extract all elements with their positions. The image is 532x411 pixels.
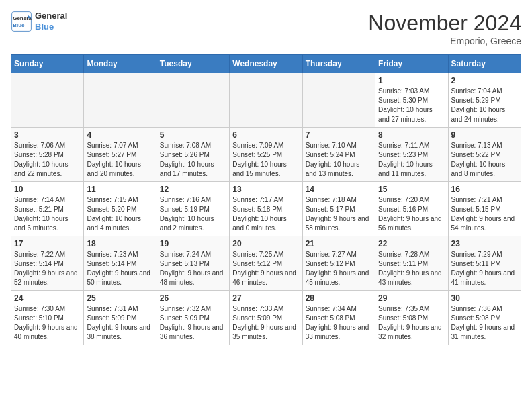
calendar-cell: 18Sunrise: 7:23 AM Sunset: 5:14 PM Dayli… bbox=[84, 236, 157, 291]
day-info: Sunrise: 7:23 AM Sunset: 5:14 PM Dayligh… bbox=[87, 250, 153, 287]
day-info: Sunrise: 7:10 AM Sunset: 5:24 PM Dayligh… bbox=[306, 141, 372, 179]
logo-text: General Blue bbox=[35, 11, 67, 32]
calendar-cell: 8Sunrise: 7:11 AM Sunset: 5:23 PM Daylig… bbox=[375, 128, 448, 182]
month-title: November 2024 bbox=[368, 11, 521, 36]
day-number: 1 bbox=[378, 76, 445, 85]
day-number: 20 bbox=[232, 239, 299, 248]
day-info: Sunrise: 7:07 AM Sunset: 5:27 PM Dayligh… bbox=[87, 141, 153, 179]
calendar-cell: 7Sunrise: 7:10 AM Sunset: 5:24 PM Daylig… bbox=[302, 128, 375, 182]
day-number: 21 bbox=[306, 239, 372, 248]
day-info: Sunrise: 7:20 AM Sunset: 5:16 PM Dayligh… bbox=[378, 195, 445, 233]
calendar-table: SundayMondayTuesdayWednesdayThursdayFrid… bbox=[11, 54, 521, 345]
calendar-week-row: 17Sunrise: 7:22 AM Sunset: 5:14 PM Dayli… bbox=[11, 236, 521, 291]
day-info: Sunrise: 7:22 AM Sunset: 5:14 PM Dayligh… bbox=[14, 250, 81, 287]
calendar-cell: 22Sunrise: 7:28 AM Sunset: 5:11 PM Dayli… bbox=[375, 236, 448, 291]
day-info: Sunrise: 7:36 AM Sunset: 5:08 PM Dayligh… bbox=[451, 304, 518, 342]
calendar-week-row: 24Sunrise: 7:30 AM Sunset: 5:10 PM Dayli… bbox=[11, 291, 521, 345]
calendar-cell: 1Sunrise: 7:03 AM Sunset: 5:30 PM Daylig… bbox=[375, 73, 448, 128]
weekday-header-tuesday: Tuesday bbox=[157, 55, 229, 73]
day-number: 14 bbox=[306, 185, 372, 194]
calendar-cell: 14Sunrise: 7:18 AM Sunset: 5:17 PM Dayli… bbox=[302, 182, 375, 236]
day-info: Sunrise: 7:29 AM Sunset: 5:11 PM Dayligh… bbox=[451, 250, 518, 287]
day-info: Sunrise: 7:06 AM Sunset: 5:28 PM Dayligh… bbox=[14, 141, 81, 179]
calendar-cell: 28Sunrise: 7:34 AM Sunset: 5:08 PM Dayli… bbox=[302, 291, 375, 345]
day-info: Sunrise: 7:11 AM Sunset: 5:23 PM Dayligh… bbox=[378, 141, 445, 179]
day-info: Sunrise: 7:03 AM Sunset: 5:30 PM Dayligh… bbox=[378, 87, 445, 124]
calendar-cell bbox=[84, 73, 157, 128]
logo: General Blue General Blue bbox=[11, 11, 67, 32]
day-info: Sunrise: 7:28 AM Sunset: 5:11 PM Dayligh… bbox=[378, 250, 445, 287]
day-number: 18 bbox=[87, 239, 153, 248]
day-number: 7 bbox=[306, 130, 372, 140]
calendar-week-row: 3Sunrise: 7:06 AM Sunset: 5:28 PM Daylig… bbox=[11, 128, 521, 182]
day-number: 23 bbox=[451, 239, 518, 248]
day-info: Sunrise: 7:15 AM Sunset: 5:20 PM Dayligh… bbox=[87, 195, 153, 233]
day-number: 11 bbox=[87, 185, 153, 194]
calendar-cell: 4Sunrise: 7:07 AM Sunset: 5:27 PM Daylig… bbox=[84, 128, 157, 182]
day-number: 8 bbox=[378, 130, 445, 140]
day-number: 25 bbox=[87, 293, 153, 303]
day-number: 6 bbox=[232, 130, 299, 140]
calendar-cell bbox=[157, 73, 229, 128]
day-info: Sunrise: 7:18 AM Sunset: 5:17 PM Dayligh… bbox=[306, 195, 372, 233]
day-number: 10 bbox=[14, 185, 81, 194]
calendar-cell bbox=[230, 73, 302, 128]
calendar-cell: 29Sunrise: 7:35 AM Sunset: 5:08 PM Dayli… bbox=[375, 291, 448, 345]
day-number: 17 bbox=[14, 239, 81, 248]
day-number: 28 bbox=[306, 293, 372, 303]
calendar-cell: 6Sunrise: 7:09 AM Sunset: 5:25 PM Daylig… bbox=[230, 128, 302, 182]
calendar-cell: 21Sunrise: 7:27 AM Sunset: 5:12 PM Dayli… bbox=[302, 236, 375, 291]
calendar-cell: 27Sunrise: 7:33 AM Sunset: 5:09 PM Dayli… bbox=[230, 291, 302, 345]
day-info: Sunrise: 7:24 AM Sunset: 5:13 PM Dayligh… bbox=[160, 250, 226, 287]
day-info: Sunrise: 7:35 AM Sunset: 5:08 PM Dayligh… bbox=[378, 304, 445, 342]
day-info: Sunrise: 7:21 AM Sunset: 5:15 PM Dayligh… bbox=[451, 195, 518, 233]
day-info: Sunrise: 7:08 AM Sunset: 5:26 PM Dayligh… bbox=[160, 141, 226, 179]
day-info: Sunrise: 7:17 AM Sunset: 5:18 PM Dayligh… bbox=[232, 195, 299, 233]
location: Emporio, Greece bbox=[368, 36, 521, 46]
day-number: 3 bbox=[14, 130, 81, 140]
day-number: 22 bbox=[378, 239, 445, 248]
calendar-cell: 16Sunrise: 7:21 AM Sunset: 5:15 PM Dayli… bbox=[448, 182, 521, 236]
day-info: Sunrise: 7:25 AM Sunset: 5:12 PM Dayligh… bbox=[232, 250, 299, 287]
calendar-cell: 10Sunrise: 7:14 AM Sunset: 5:21 PM Dayli… bbox=[11, 182, 84, 236]
day-info: Sunrise: 7:34 AM Sunset: 5:08 PM Dayligh… bbox=[306, 304, 372, 342]
day-number: 19 bbox=[160, 239, 226, 248]
calendar-cell: 20Sunrise: 7:25 AM Sunset: 5:12 PM Dayli… bbox=[230, 236, 302, 291]
weekday-header-saturday: Saturday bbox=[448, 55, 521, 73]
day-info: Sunrise: 7:31 AM Sunset: 5:09 PM Dayligh… bbox=[87, 304, 153, 342]
calendar-cell: 17Sunrise: 7:22 AM Sunset: 5:14 PM Dayli… bbox=[11, 236, 84, 291]
day-number: 9 bbox=[451, 130, 518, 140]
day-number: 4 bbox=[87, 130, 153, 140]
calendar-cell bbox=[302, 73, 375, 128]
calendar-cell: 26Sunrise: 7:32 AM Sunset: 5:09 PM Dayli… bbox=[157, 291, 229, 345]
logo-icon: General Blue bbox=[11, 11, 32, 32]
calendar-week-row: 10Sunrise: 7:14 AM Sunset: 5:21 PM Dayli… bbox=[11, 182, 521, 236]
day-number: 2 bbox=[451, 76, 518, 85]
weekday-header-sunday: Sunday bbox=[11, 55, 84, 73]
calendar-cell: 13Sunrise: 7:17 AM Sunset: 5:18 PM Dayli… bbox=[230, 182, 302, 236]
day-number: 5 bbox=[160, 130, 226, 140]
calendar-cell: 15Sunrise: 7:20 AM Sunset: 5:16 PM Dayli… bbox=[375, 182, 448, 236]
weekday-header-monday: Monday bbox=[84, 55, 157, 73]
logo-line2: Blue bbox=[35, 21, 67, 32]
day-number: 29 bbox=[378, 293, 445, 303]
calendar-cell: 3Sunrise: 7:06 AM Sunset: 5:28 PM Daylig… bbox=[11, 128, 84, 182]
day-number: 26 bbox=[160, 293, 226, 303]
day-info: Sunrise: 7:16 AM Sunset: 5:19 PM Dayligh… bbox=[160, 195, 226, 233]
day-number: 15 bbox=[378, 185, 445, 194]
calendar-cell bbox=[11, 73, 84, 128]
page-header: General Blue General Blue November 2024 … bbox=[11, 11, 521, 46]
weekday-header-friday: Friday bbox=[375, 55, 448, 73]
calendar-cell: 11Sunrise: 7:15 AM Sunset: 5:20 PM Dayli… bbox=[84, 182, 157, 236]
day-info: Sunrise: 7:30 AM Sunset: 5:10 PM Dayligh… bbox=[14, 304, 81, 342]
day-info: Sunrise: 7:33 AM Sunset: 5:09 PM Dayligh… bbox=[232, 304, 299, 342]
calendar-cell: 19Sunrise: 7:24 AM Sunset: 5:13 PM Dayli… bbox=[157, 236, 229, 291]
weekday-header-wednesday: Wednesday bbox=[230, 55, 302, 73]
weekday-header-row: SundayMondayTuesdayWednesdayThursdayFrid… bbox=[11, 55, 521, 73]
calendar-cell: 9Sunrise: 7:13 AM Sunset: 5:22 PM Daylig… bbox=[448, 128, 521, 182]
day-info: Sunrise: 7:09 AM Sunset: 5:25 PM Dayligh… bbox=[232, 141, 299, 179]
calendar-cell: 25Sunrise: 7:31 AM Sunset: 5:09 PM Dayli… bbox=[84, 291, 157, 345]
calendar-cell: 23Sunrise: 7:29 AM Sunset: 5:11 PM Dayli… bbox=[448, 236, 521, 291]
calendar-cell: 5Sunrise: 7:08 AM Sunset: 5:26 PM Daylig… bbox=[157, 128, 229, 182]
day-info: Sunrise: 7:14 AM Sunset: 5:21 PM Dayligh… bbox=[14, 195, 81, 233]
